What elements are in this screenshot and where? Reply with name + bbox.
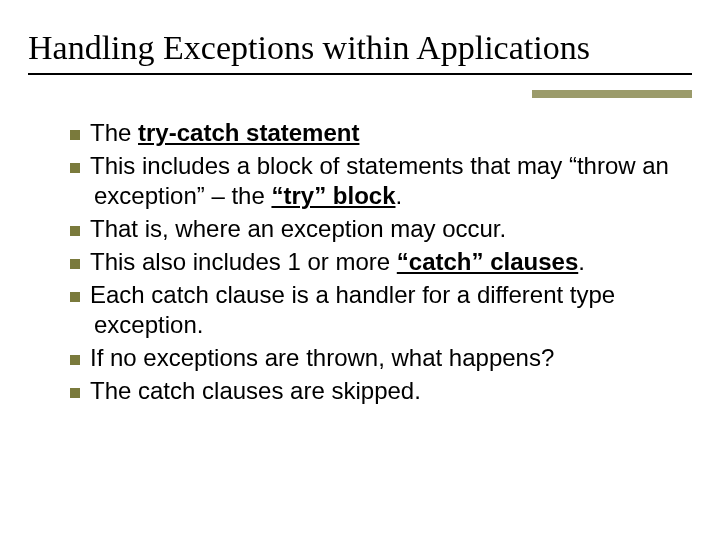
accent-bar-bottom bbox=[532, 94, 692, 98]
bullet-icon bbox=[70, 130, 80, 140]
body-line: If no exceptions are thrown, what happen… bbox=[70, 343, 670, 374]
title-block: Handling Exceptions within Applications bbox=[28, 28, 692, 75]
slide-title: Handling Exceptions within Applications bbox=[28, 28, 692, 67]
slide: Handling Exceptions within Applications … bbox=[0, 0, 720, 540]
body-line: Each catch clause is a handler for a dif… bbox=[70, 280, 670, 341]
body-text: The try-catch statement This includes a … bbox=[70, 118, 670, 408]
body-line: The catch clauses are skipped. bbox=[70, 376, 670, 407]
bullet-icon bbox=[70, 388, 80, 398]
bullet-icon bbox=[70, 355, 80, 365]
body-line: This also includes 1 or more “catch” cla… bbox=[70, 247, 670, 278]
bullet-icon bbox=[70, 292, 80, 302]
body-line: This includes a block of statements that… bbox=[70, 151, 670, 212]
bullet-icon bbox=[70, 226, 80, 236]
body-line: The try-catch statement bbox=[70, 118, 670, 149]
title-underline bbox=[28, 73, 692, 75]
bullet-icon bbox=[70, 163, 80, 173]
body-line: That is, where an exception may occur. bbox=[70, 214, 670, 245]
bullet-icon bbox=[70, 259, 80, 269]
